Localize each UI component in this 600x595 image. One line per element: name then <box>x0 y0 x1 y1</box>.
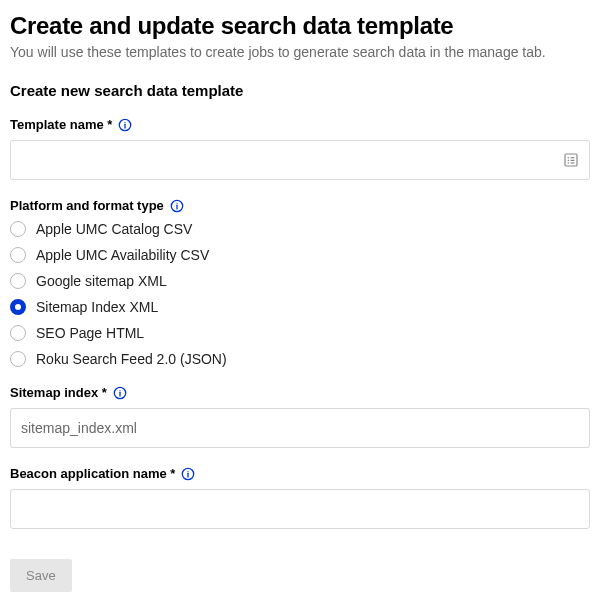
radio-sitemap-index-xml[interactable]: Sitemap Index XML <box>10 299 590 315</box>
sitemap-index-label: Sitemap index * <box>10 385 590 400</box>
platform-format-label: Platform and format type <box>10 198 590 213</box>
beacon-app-name-label-text: Beacon application name * <box>10 466 175 481</box>
sitemap-index-input[interactable] <box>10 408 590 448</box>
page-title: Create and update search data template <box>10 12 590 40</box>
radio-indicator <box>10 325 26 341</box>
info-icon[interactable] <box>113 386 127 400</box>
radio-label: Google sitemap XML <box>36 273 167 289</box>
radio-indicator <box>10 221 26 237</box>
radio-label: Apple UMC Availability CSV <box>36 247 209 263</box>
radio-indicator <box>10 299 26 315</box>
section-title: Create new search data template <box>10 82 590 99</box>
platform-format-field: Platform and format type Apple UMC Catal… <box>10 198 590 367</box>
radio-indicator <box>10 351 26 367</box>
beacon-app-name-label: Beacon application name * <box>10 466 590 481</box>
platform-format-label-text: Platform and format type <box>10 198 164 213</box>
template-name-label-text: Template name * <box>10 117 112 132</box>
form-icon <box>562 151 580 169</box>
radio-google-sitemap-xml[interactable]: Google sitemap XML <box>10 273 590 289</box>
beacon-app-name-field: Beacon application name * <box>10 466 590 529</box>
template-name-input[interactable] <box>10 140 590 180</box>
radio-seo-page-html[interactable]: SEO Page HTML <box>10 325 590 341</box>
template-name-label: Template name * <box>10 117 590 132</box>
radio-label: Apple UMC Catalog CSV <box>36 221 192 237</box>
radio-apple-umc-availability[interactable]: Apple UMC Availability CSV <box>10 247 590 263</box>
save-button[interactable]: Save <box>10 559 72 592</box>
radio-indicator <box>10 247 26 263</box>
svg-point-11 <box>176 202 177 203</box>
template-name-field: Template name * <box>10 117 590 180</box>
info-icon[interactable] <box>170 199 184 213</box>
platform-format-radio-group: Apple UMC Catalog CSV Apple UMC Availabi… <box>10 221 590 367</box>
svg-point-14 <box>119 389 120 390</box>
radio-indicator <box>10 273 26 289</box>
sitemap-index-label-text: Sitemap index * <box>10 385 107 400</box>
info-icon[interactable] <box>118 118 132 132</box>
radio-label: Roku Search Feed 2.0 (JSON) <box>36 351 227 367</box>
sitemap-index-field: Sitemap index * <box>10 385 590 448</box>
svg-point-1 <box>125 121 126 122</box>
info-icon[interactable] <box>181 467 195 481</box>
page-subtitle: You will use these templates to create j… <box>10 44 590 60</box>
beacon-app-name-input[interactable] <box>10 489 590 529</box>
radio-label: Sitemap Index XML <box>36 299 158 315</box>
svg-point-17 <box>188 470 189 471</box>
radio-apple-umc-catalog[interactable]: Apple UMC Catalog CSV <box>10 221 590 237</box>
radio-label: SEO Page HTML <box>36 325 144 341</box>
radio-roku-search-feed[interactable]: Roku Search Feed 2.0 (JSON) <box>10 351 590 367</box>
